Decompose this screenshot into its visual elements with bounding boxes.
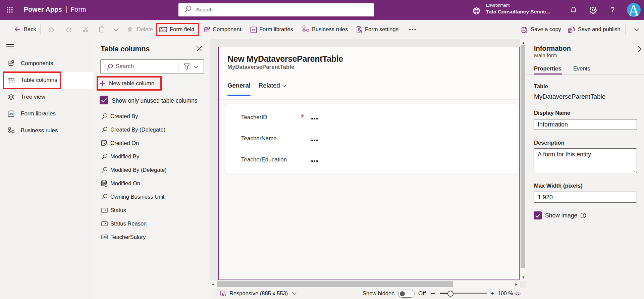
svg-text:JS: JS [9,112,13,116]
svg-text:Abc: Abc [160,28,166,32]
svg-text:JS: JS [252,29,255,32]
svg-text:123: 123 [102,236,106,239]
